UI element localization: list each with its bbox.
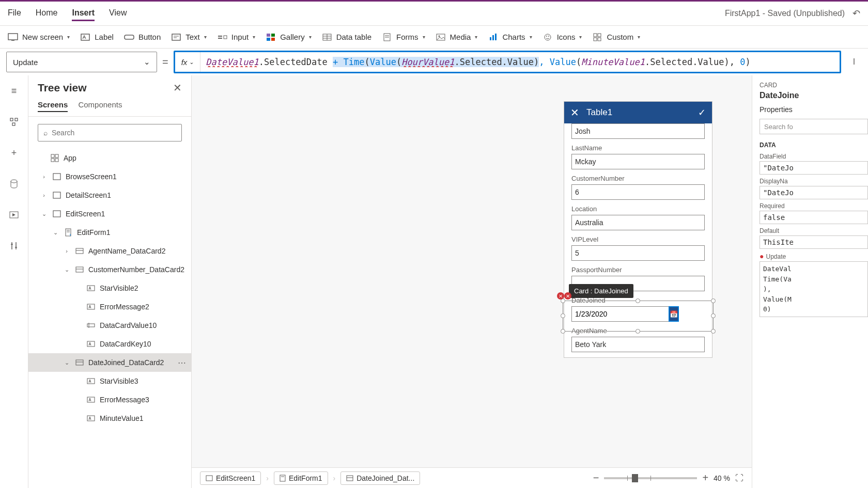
viplevel-input[interactable]: [571, 245, 705, 261]
tree-node[interactable]: ⌄EditForm1: [28, 223, 191, 242]
tree-node[interactable]: StarVisible3: [28, 372, 191, 390]
close-icon[interactable]: ✕: [173, 82, 182, 94]
customernumber-input[interactable]: [571, 184, 705, 200]
undo-icon[interactable]: ↶: [853, 8, 860, 19]
tree-view-icon[interactable]: [6, 114, 22, 130]
svg-rect-3: [125, 35, 134, 39]
datejoined-picker[interactable]: 📅: [571, 306, 644, 322]
tree-label: DetailScreen1: [66, 191, 111, 199]
breadcrumb-item[interactable]: DateJoined_Dat...: [340, 471, 420, 485]
svg-rect-40: [51, 159, 54, 162]
add-icon[interactable]: +: [6, 145, 22, 161]
tree-toggle[interactable]: ›: [40, 174, 48, 180]
breadcrumb-item[interactable]: EditForm1: [274, 471, 328, 485]
menu-file[interactable]: File: [8, 6, 21, 21]
tree-node[interactable]: ⌄DateJoined_DataCard2⋯: [28, 353, 191, 372]
gallery-button[interactable]: Gallery▾: [266, 32, 312, 42]
formula-expand-button[interactable]: I: [846, 57, 862, 67]
menubar: File Home Insert View FirstApp1 - Saved …: [0, 2, 868, 26]
location-input[interactable]: [571, 215, 705, 230]
tree-node[interactable]: ›AgentName_DataCard2: [28, 242, 191, 260]
properties-tab[interactable]: Properties: [760, 105, 868, 114]
tree-label: StarVisible3: [100, 377, 138, 385]
svg-rect-31: [594, 38, 597, 41]
chevron-down-icon: ▾: [530, 34, 532, 40]
tree-node[interactable]: DataCardKey10: [28, 335, 191, 353]
svg-rect-9: [224, 36, 227, 39]
tree-label: EditForm1: [77, 228, 111, 237]
tree-toggle[interactable]: ⌄: [51, 229, 59, 236]
fx-label[interactable]: fx⌄: [175, 52, 201, 72]
tree-node[interactable]: ⌄EditScreen1: [28, 204, 191, 223]
error-badge-2[interactable]: ✕: [564, 292, 571, 300]
properties-panel: CARD DateJoine Properties Search fo DATA…: [752, 75, 868, 488]
tree-node[interactable]: ErrorMessage2: [28, 297, 191, 316]
agentname-input[interactable]: [571, 337, 705, 352]
lastname-label: LastName: [571, 144, 705, 152]
tab-screens[interactable]: Screens: [38, 98, 68, 112]
search-input[interactable]: [52, 129, 176, 137]
formula-input[interactable]: fx⌄ DateValue1.SelectedDate + Time(Value…: [174, 51, 841, 73]
menu-insert[interactable]: Insert: [72, 6, 95, 21]
tree-toggle[interactable]: ›: [40, 192, 48, 198]
datejoined-input[interactable]: [571, 306, 669, 322]
menu-view[interactable]: View: [109, 6, 127, 21]
tree-view-panel: Tree view ✕ Screens Components ⌕ App ›Br…: [28, 75, 192, 488]
media-rail-icon[interactable]: [6, 207, 22, 223]
icons-button[interactable]: Icons▾: [542, 32, 582, 42]
tree-toggle[interactable]: ⌄: [63, 266, 71, 273]
forms-button[interactable]: Forms▾: [382, 32, 425, 42]
property-value[interactable]: false: [760, 211, 868, 224]
tree-node[interactable]: ErrorMessage3: [28, 390, 191, 409]
tree-node[interactable]: ⌄CustomerNumber_DataCard2: [28, 260, 191, 279]
tree-search[interactable]: ⌕: [38, 124, 182, 141]
tree-node[interactable]: ›DetailScreen1: [28, 186, 191, 204]
text-button[interactable]: Text▾: [171, 32, 207, 42]
tree-node[interactable]: ›BrowseScreen1: [28, 167, 191, 186]
tree-toggle[interactable]: ›: [63, 248, 71, 254]
properties-search[interactable]: Search fo: [760, 119, 868, 134]
close-icon[interactable]: ✕: [570, 106, 579, 119]
zoom-out-button[interactable]: −: [593, 472, 599, 484]
zoom-in-button[interactable]: +: [702, 472, 708, 484]
input-button[interactable]: Input▾: [217, 32, 255, 42]
custom-button[interactable]: Custom▾: [592, 32, 640, 42]
tree-node[interactable]: StarVisible2: [28, 279, 191, 297]
menu-home[interactable]: Home: [36, 6, 58, 21]
tree-node[interactable]: MinuteValue1: [28, 409, 191, 428]
tree-toggle[interactable]: ⌄: [63, 359, 71, 366]
data-table-button[interactable]: Data table: [322, 32, 371, 42]
property-selector[interactable]: Update ⌄: [6, 52, 157, 72]
error-badge[interactable]: ✕: [557, 292, 564, 300]
hamburger-icon[interactable]: ≡: [6, 83, 22, 99]
input-icon: [86, 321, 96, 330]
property-value[interactable]: "DateJo: [760, 186, 868, 199]
tree-node[interactable]: DataCardValue10: [28, 316, 191, 335]
charts-button[interactable]: Charts▾: [488, 32, 532, 42]
tools-icon[interactable]: [6, 238, 22, 254]
zoom-slider[interactable]: [604, 477, 697, 479]
update-property-value[interactable]: DateVal Time(Va ), Value(M 0): [760, 261, 868, 317]
passport-label: PassportNumber: [571, 266, 705, 274]
more-icon[interactable]: ⋯: [178, 358, 186, 368]
media-button[interactable]: Media▾: [436, 32, 478, 42]
property-value[interactable]: "DateJo: [760, 161, 868, 175]
tree-node-app[interactable]: App: [28, 149, 191, 167]
property-value[interactable]: ThisIte: [760, 235, 868, 249]
tree-label: AgentName_DataCard2: [88, 247, 165, 255]
calendar-icon[interactable]: 📅: [669, 306, 679, 322]
check-icon[interactable]: ✓: [698, 107, 706, 118]
formula-text[interactable]: DateValue1.SelectedDate + Time(Value(Hou…: [200, 57, 840, 67]
svg-rect-57: [76, 360, 83, 365]
tab-components[interactable]: Components: [78, 98, 122, 112]
new-screen-button[interactable]: New screen▾: [8, 32, 70, 42]
lastname-input[interactable]: [571, 154, 705, 169]
canvas[interactable]: ✕ Table1 ✓ LastName CustomerNumber Locat…: [192, 75, 752, 467]
data-icon[interactable]: [6, 176, 22, 192]
breadcrumb-item[interactable]: EditScreen1: [200, 471, 261, 485]
label-button[interactable]: Label: [80, 32, 114, 42]
button-button[interactable]: Button: [124, 32, 161, 42]
tree-toggle[interactable]: ⌄: [40, 211, 48, 217]
fullscreen-icon[interactable]: ⛶: [735, 474, 743, 483]
firstname-input[interactable]: [571, 123, 705, 139]
